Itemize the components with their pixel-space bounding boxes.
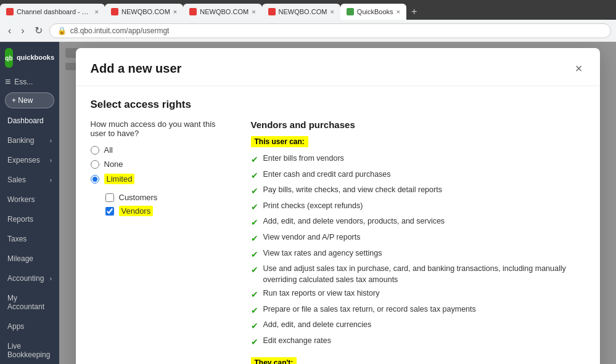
check-icon-1: ✔ [251, 154, 258, 166]
tab-close-newqbo1[interactable]: × [173, 8, 177, 15]
new-button[interactable]: + New [5, 92, 54, 108]
perm-item-can-12: ✔ Edit exchange rates [251, 336, 585, 349]
radio-none[interactable]: None [91, 160, 226, 169]
perm-text-can-6: View vendor and A/P reports [263, 232, 361, 243]
radio-limited[interactable]: Limited [91, 174, 226, 184]
browser-tab-newqbo1[interactable]: NEWQBO.COM × [105, 4, 183, 20]
radio-input-all[interactable] [91, 146, 99, 155]
new-tab-button[interactable]: + [406, 4, 422, 20]
radio-input-limited[interactable] [91, 175, 99, 184]
tab-close-yt[interactable]: × [95, 8, 99, 15]
add-new-user-modal: Add a new user × Select access rights Ho… [76, 48, 600, 364]
browser-tab-yt[interactable]: Channel dashboard - YouTube S... × [0, 4, 105, 20]
check-icon-7: ✔ [251, 249, 258, 261]
vendors-section-title: Vendors and purchases [251, 119, 585, 130]
back-button[interactable]: ‹ [5, 24, 14, 38]
sidebar-item-mileage[interactable]: Mileage [2, 249, 57, 268]
tab-close-newqbo2[interactable]: × [252, 8, 255, 15]
perm-text-can-1: Enter bills from vendors [263, 153, 344, 164]
reload-button[interactable]: ↻ [31, 23, 46, 38]
tab-favicon-newqbo3 [268, 8, 276, 15]
sidebar-item-my-accountant[interactable]: My Accountant [2, 289, 57, 316]
perm-item-can-8: ✔ Use and adjust sales tax in purchase, … [251, 264, 585, 285]
perm-text-can-10: Prepare or file a sales tax return, or r… [263, 304, 476, 315]
modal-header: Add a new user × [76, 48, 600, 86]
chevron-right-icon-banking: › [50, 137, 52, 144]
sidebar-item-sales[interactable]: Sales › [2, 171, 57, 189]
perm-item-can-3: ✔ Pay bills, write checks, and view chec… [251, 185, 585, 198]
check-icon-8: ✔ [251, 264, 258, 277]
sidebar-item-banking[interactable]: Banking › [2, 131, 57, 150]
perm-text-can-3: Pay bills, write checks, and view check … [263, 185, 442, 196]
checkbox-label-vendors: Vendors [119, 206, 154, 216]
sidebar-item-reports[interactable]: Reports [2, 210, 57, 229]
radio-all[interactable]: All [91, 145, 226, 155]
check-icon-3: ✔ [251, 185, 258, 198]
checkbox-group: Customers Vendors [105, 193, 226, 216]
perm-item-can-10: ✔ Prepare or file a sales tax return, or… [251, 304, 585, 317]
sidebar-item-apps[interactable]: Apps [2, 317, 57, 336]
checkbox-label-customers: Customers [119, 193, 158, 202]
perm-text-can-7: View tax rates and agency settings [263, 248, 382, 259]
check-icon-6: ✔ [251, 233, 258, 245]
sidebar-item-label-sales: Sales [7, 176, 26, 184]
sidebar-item-expenses[interactable]: Expenses › [2, 151, 57, 169]
browser-tabs: Channel dashboard - YouTube S... × NEWQB… [0, 0, 616, 20]
perm-text-can-9: Run tax reports or view tax history [263, 288, 380, 299]
sidebar-item-accounting[interactable]: Accounting › [2, 269, 57, 288]
modal-title: Add a new user [91, 62, 182, 76]
radio-input-none[interactable] [91, 160, 99, 169]
sidebar-item-live-bookkeeping[interactable]: Live Bookkeeping [2, 337, 57, 364]
checkbox-input-customers[interactable] [105, 193, 114, 202]
address-bar[interactable]: 🔒 c8.qbo.intuit.com/app/usermgt [49, 23, 611, 38]
radio-label-none: None [104, 160, 123, 169]
tab-close-newqbo3[interactable]: × [330, 8, 334, 15]
sidebar-item-label-reports: Reports [7, 215, 33, 224]
check-icon-11: ✔ [251, 320, 258, 333]
sidebar-item-workers[interactable]: Workers [2, 190, 57, 209]
access-question: How much access do you want this user to… [91, 119, 226, 138]
section-title: Select access rights [91, 99, 585, 111]
perm-text-can-5: Add, edit, and delete vendors, products,… [263, 216, 445, 227]
tab-close-qb[interactable]: × [396, 8, 400, 15]
check-icon-9: ✔ [251, 289, 258, 301]
ess-label: Ess... [14, 78, 33, 86]
perm-item-can-9: ✔ Run tax reports or view tax history [251, 288, 585, 301]
tab-title-newqbo2: NEWQBO.COM [200, 8, 248, 15]
sidebar-item-label-dashboard: Dashboard [7, 116, 44, 125]
sidebar-item-label-apps: Apps [7, 322, 24, 331]
modal-close-button[interactable]: × [573, 59, 585, 78]
address-text: c8.qbo.intuit.com/app/usermgt [70, 26, 170, 35]
checkbox-input-vendors[interactable] [105, 207, 114, 216]
perm-text-can-11: Add, edit, and delete currencies [263, 320, 372, 331]
sidebar-item-taxes[interactable]: Taxes [2, 230, 57, 248]
hamburger-icon[interactable]: ≡ [5, 76, 10, 87]
browser-tab-qb[interactable]: QuickBooks × [340, 4, 406, 20]
checkbox-customers[interactable]: Customers [105, 193, 226, 202]
forward-button[interactable]: › [18, 24, 27, 38]
sidebar-item-dashboard[interactable]: Dashboard [2, 111, 57, 130]
main-content: Add a new user × Select access rights Ho… [59, 42, 616, 364]
tab-favicon-yt [6, 8, 14, 15]
sidebar-item-label-taxes: Taxes [7, 235, 27, 243]
check-icon-4: ✔ [251, 201, 258, 214]
sidebar-item-label-my-accountant: My Accountant [7, 294, 52, 311]
perm-item-can-6: ✔ View vendor and A/P reports [251, 232, 585, 245]
check-icon-12: ✔ [251, 336, 258, 349]
sidebar-item-label-banking: Banking [7, 136, 34, 145]
browser-tab-newqbo3[interactable]: NEWQBO.COM × [262, 4, 340, 20]
two-column-layout: How much access do you want this user to… [91, 119, 585, 364]
tab-title-newqbo1: NEWQBO.COM [121, 8, 170, 15]
sidebar-item-label-expenses: Expenses [7, 156, 40, 164]
check-icon-5: ✔ [251, 217, 258, 229]
chevron-right-icon-expenses: › [50, 157, 52, 164]
modal-body: Select access rights How much access do … [76, 86, 600, 364]
tab-title-yt: Channel dashboard - YouTube S... [17, 8, 92, 15]
browser-chrome: Channel dashboard - YouTube S... × NEWQB… [0, 0, 616, 42]
can-label: This user can: [251, 136, 308, 147]
perm-item-can-4: ✔ Print checks (except refunds) [251, 201, 585, 214]
perm-text-can-2: Enter cash and credit card purchases [263, 169, 391, 180]
chevron-right-icon-sales: › [50, 177, 52, 184]
checkbox-vendors[interactable]: Vendors [105, 206, 226, 216]
browser-tab-newqbo2[interactable]: NEWQBO.COM × [183, 4, 261, 20]
